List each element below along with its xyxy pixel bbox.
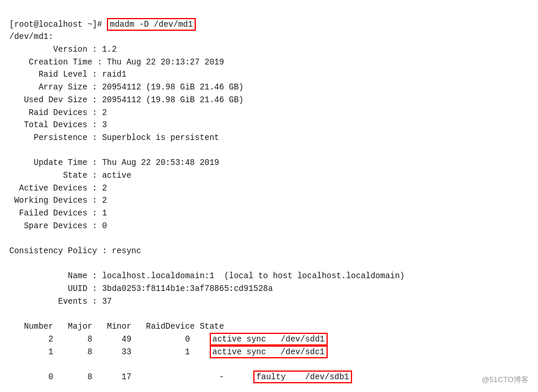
row1-num: 2 [9, 335, 53, 344]
blank1 [9, 146, 14, 155]
row2-state-highlight: active sync /dev/sdc1 [210, 346, 328, 358]
device-label: /dev/md1: [9, 32, 53, 41]
used-dev-size-line: Used Dev Size : 20954112 (19.98 GiB 21.4… [9, 95, 243, 105]
raid-devices-line: Raid Devices : 2 [9, 108, 107, 117]
row1-major: 8 [53, 335, 92, 344]
row3-raid: - [166, 372, 224, 382]
failed-devices-line: Failed Devices : 1 [9, 208, 107, 218]
blank3 [9, 259, 14, 268]
active-devices-line: Active Devices : 2 [9, 184, 107, 193]
raid-level-line: Raid Level : raid1 [9, 70, 127, 79]
row3-state-highlight: faulty /dev/sdb1 [253, 371, 352, 383]
update-time-line: Update Time : Thu Aug 22 20:53:48 2019 [9, 158, 219, 167]
row3-major: 8 [53, 372, 92, 382]
prompt-text: [root@localhost ~]# [9, 20, 102, 29]
spare-devices-line: Spare Devices : 0 [9, 221, 107, 231]
blank5 [9, 359, 14, 369]
name-line: Name : localhost.localdomain:1 (local to… [9, 271, 405, 280]
blank2 [9, 233, 14, 243]
blank4 [9, 310, 14, 319]
row1-line: 2 8 49 0 active sync /dev/sdd1 [9, 333, 328, 346]
persistence-line: Persistence : Superblock is persistent [9, 133, 219, 142]
array-size-line: Array Size : 20954112 (19.98 GiB 21.46 G… [9, 82, 243, 92]
table-header-line: Number Major Minor RaidDevice State [9, 322, 224, 331]
row3-line: 0 8 17 - faulty /dev/sdb1 [9, 371, 352, 383]
row2-num: 1 [9, 347, 53, 357]
row2-raid: 1 [131, 347, 190, 357]
version-line: Version : 1.2 [9, 45, 117, 54]
working-devices-line: Working Devices : 2 [9, 196, 107, 205]
row2-line: 1 8 33 1 active sync /dev/sdc1 [9, 346, 328, 358]
creation-time-line: Creation Time : Thu Aug 22 20:13:27 2019 [9, 57, 224, 67]
prompt-line: [root@localhost ~]# mdadm -D /dev/md1 [9, 18, 196, 31]
state-line: State : active [9, 171, 131, 180]
row2-major: 8 [53, 347, 92, 357]
events-line: Events : 37 [9, 297, 112, 306]
command-highlight: mdadm -D /dev/md1 [107, 18, 196, 31]
terminal-output: [root@localhost ~]# mdadm -D /dev/md1 /d… [9, 6, 529, 384]
watermark-text: @51CTO博客 [482, 375, 529, 385]
row2-minor: 33 [92, 347, 131, 357]
row1-raid: 0 [131, 335, 190, 344]
row3-minor: 17 [92, 372, 131, 382]
row1-state-highlight: active sync /dev/sdd1 [210, 333, 328, 346]
total-devices-line: Total Devices : 3 [9, 120, 107, 130]
row1-minor: 49 [92, 335, 131, 344]
row3-num: 0 [9, 372, 53, 382]
consistency-policy-line: Consistency Policy : resync [9, 246, 141, 256]
uuid-line: UUID : 3bda0253:f8114b1e:3af78865:cd9152… [9, 284, 273, 293]
